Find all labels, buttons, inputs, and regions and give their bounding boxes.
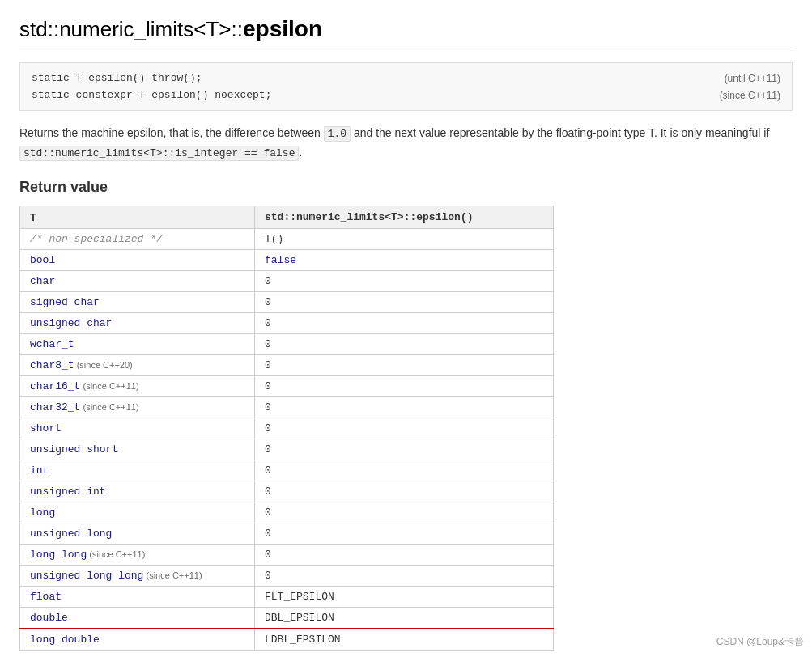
col-value-header-text: std::numeric_limits<T>::epsilon() <box>265 211 473 223</box>
table-cell-value: 0 <box>255 544 554 565</box>
table-cell-type: char32_t (since C++11) <box>20 396 255 418</box>
table-cell-value: DBL_EPSILON <box>255 607 554 629</box>
table-cell-value: 0 <box>255 375 554 396</box>
table-cell-value: 0 <box>255 481 554 502</box>
table-cell-type: long double <box>20 629 255 651</box>
table-cell-type: char8_t (since C++20) <box>20 354 255 375</box>
col-value-header: std::numeric_limits<T>::epsilon() <box>255 206 554 228</box>
table-cell-value: 0 <box>255 270 554 291</box>
table-cell-value: 0 <box>255 565 554 586</box>
table-cell-type: unsigned char <box>20 312 255 333</box>
table-cell-value: 0 <box>255 460 554 481</box>
table-row: long0 <box>20 502 554 523</box>
table-row: long long (since C++11)0 <box>20 544 554 565</box>
table-cell-type: char <box>20 270 255 291</box>
table-row: int0 <box>20 460 554 481</box>
desc-code1: 1.0 <box>324 126 351 142</box>
table-row: wchar_t0 <box>20 333 554 354</box>
return-value-heading: Return value <box>19 179 793 196</box>
col-type-header: T <box>20 206 255 228</box>
watermark: CSDN @Loup&卡普 <box>716 635 804 649</box>
table-row: char8_t (since C++20)0 <box>20 354 554 375</box>
table-row: unsigned long long (since C++11)0 <box>20 565 554 586</box>
return-value-section: Return value T std::numeric_limits<T>::e… <box>19 179 793 651</box>
table-cell-value: 0 <box>255 439 554 460</box>
table-header: T std::numeric_limits<T>::epsilon() <box>20 206 554 228</box>
desc-text3: . <box>299 146 302 159</box>
table-row: floatFLT_EPSILON <box>20 586 554 607</box>
declaration-1: static T epsilon() throw(); (until C++11… <box>32 70 780 87</box>
table-cell-value: 0 <box>255 333 554 354</box>
table-row: unsigned int0 <box>20 481 554 502</box>
table-row: long doubleLDBL_EPSILON <box>20 629 554 651</box>
table-cell-type: long long (since C++11) <box>20 544 255 565</box>
table-row: char0 <box>20 270 554 291</box>
table-cell-value: 0 <box>255 396 554 418</box>
declarations-block: static T epsilon() throw(); (until C++11… <box>19 62 793 111</box>
table-cell-value: 0 <box>255 291 554 312</box>
table-cell-value: 0 <box>255 354 554 375</box>
title-main: epsilon <box>243 16 322 41</box>
table-cell-value: 0 <box>255 312 554 333</box>
table-row: unsigned char0 <box>20 312 554 333</box>
table-cell-type: unsigned short <box>20 439 255 460</box>
table-row: short0 <box>20 418 554 439</box>
table-cell-value: FLT_EPSILON <box>255 586 554 607</box>
table-cell-type: long <box>20 502 255 523</box>
table-cell-value: LDBL_EPSILON <box>255 629 554 651</box>
table-row: signed char0 <box>20 291 554 312</box>
table-cell-type: bool <box>20 249 255 270</box>
table-cell-value: 0 <box>255 418 554 439</box>
return-value-table: T std::numeric_limits<T>::epsilon() /* n… <box>19 206 554 651</box>
table-cell-value: 0 <box>255 523 554 544</box>
table-cell-value: false <box>255 249 554 270</box>
table-cell-type: unsigned long long (since C++11) <box>20 565 255 586</box>
declaration-1-since: (until C++11) <box>725 73 780 84</box>
desc-code2: std::numeric_limits<T>::is_integer == fa… <box>19 146 299 161</box>
desc-text2: and the next value representable by the … <box>351 126 769 139</box>
table-row: doubleDBL_EPSILON <box>20 607 554 629</box>
description: Returns the machine epsilon, that is, th… <box>19 124 793 163</box>
table-cell-type: unsigned long <box>20 523 255 544</box>
declaration-2-code: static constexpr T epsilon() noexcept; <box>32 89 271 101</box>
table-cell-type: wchar_t <box>20 333 255 354</box>
table-row: boolfalse <box>20 249 554 270</box>
table-row: char32_t (since C++11)0 <box>20 396 554 418</box>
table-cell-value: 0 <box>255 502 554 523</box>
page-title: std::numeric_limits<T>::epsilon <box>19 16 793 49</box>
table-row: char16_t (since C++11)0 <box>20 375 554 396</box>
table-cell-type: short <box>20 418 255 439</box>
table-cell-type: double <box>20 607 255 629</box>
table-cell-type: unsigned int <box>20 481 255 502</box>
declaration-2: static constexpr T epsilon() noexcept; (… <box>32 87 780 104</box>
table-cell-type: char16_t (since C++11) <box>20 375 255 396</box>
table-row: /* non-specialized */T() <box>20 228 554 249</box>
table-cell-type: signed char <box>20 291 255 312</box>
table-cell-type: /* non-specialized */ <box>20 228 255 249</box>
title-prefix: std::numeric_limits<T>:: <box>19 17 243 41</box>
desc-text1: Returns the machine epsilon, that is, th… <box>19 126 324 139</box>
table-cell-type: float <box>20 586 255 607</box>
table-cell-type: int <box>20 460 255 481</box>
table-row: unsigned short0 <box>20 439 554 460</box>
declaration-2-since: (since C++11) <box>720 90 780 101</box>
declaration-1-code: static T epsilon() throw(); <box>32 72 202 84</box>
table-cell-value: T() <box>255 228 554 249</box>
table-row: unsigned long0 <box>20 523 554 544</box>
